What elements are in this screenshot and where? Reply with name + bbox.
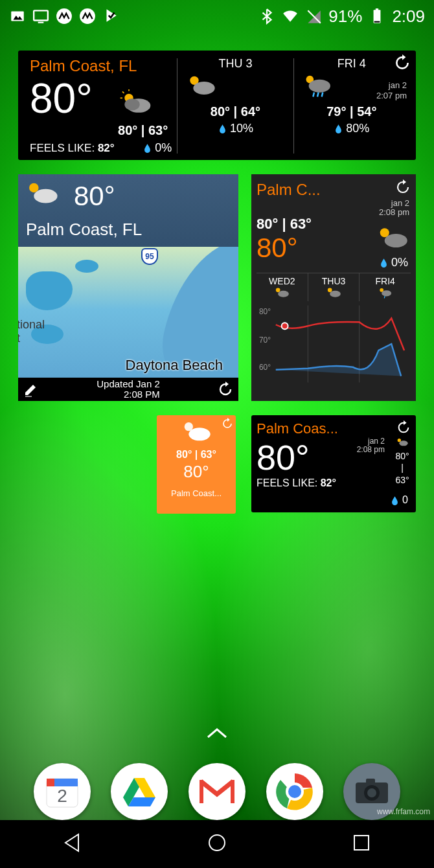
svg-text:60°: 60° <box>259 363 271 372</box>
refresh-icon[interactable] <box>394 54 411 71</box>
day-label: FRI 4 <box>299 57 404 71</box>
clock: 2:09 <box>392 6 425 27</box>
drive-app-icon[interactable] <box>111 763 168 820</box>
svg-point-37 <box>278 291 289 297</box>
partly-cloudy-icon <box>183 72 288 100</box>
temperature: 80° <box>257 233 312 264</box>
day-label: THU 3 <box>183 57 288 71</box>
svg-marker-29 <box>225 382 229 387</box>
weather-widget-graph[interactable]: Palm C... jan 22:08 pm 80° | 63° 80° 0% … <box>251 174 416 401</box>
svg-rect-2 <box>34 10 48 20</box>
refresh-icon[interactable] <box>395 179 411 195</box>
play-protect-icon <box>102 8 119 25</box>
svg-marker-69 <box>65 834 78 851</box>
svg-point-34 <box>380 228 389 237</box>
svg-rect-3 <box>38 22 44 23</box>
highway-shield: 95 <box>141 248 158 265</box>
feels-like: FEELS LIKE: 82° <box>30 142 115 155</box>
svg-line-22 <box>313 93 314 97</box>
chrome-app-icon[interactable] <box>266 763 323 820</box>
updated-time: 2:08 PM <box>97 389 160 400</box>
weather-widget-small-black[interactable]: Palm Coas... 80° jan 22:08 pm 80°|63° FE… <box>251 415 416 512</box>
temperature-chart: 80° 70° 60° <box>257 305 411 383</box>
location-label: Palm Coas... <box>257 420 367 437</box>
map-city-label: Daytona Beach <box>126 357 223 374</box>
map-label: tionalt <box>18 318 45 345</box>
map-view[interactable]: 95 tionalt Daytona Beach <box>18 247 238 378</box>
refresh-icon[interactable] <box>396 420 411 435</box>
hi-lo: 79° | 54° <box>299 104 404 119</box>
svg-point-48 <box>282 323 288 329</box>
svg-point-70 <box>209 835 225 851</box>
svg-rect-54 <box>47 779 54 786</box>
svg-point-36 <box>276 288 280 293</box>
weather-widget-small-orange[interactable]: 80° | 63° 80° Palm Coast... <box>157 415 236 514</box>
svg-rect-60 <box>200 780 203 803</box>
partly-cloudy-icon <box>178 436 214 447</box>
gmail-app-icon[interactable] <box>188 763 246 820</box>
partly-cloudy-icon <box>374 224 411 255</box>
svg-point-17 <box>124 98 139 110</box>
svg-text:70°: 70° <box>259 336 271 345</box>
svg-point-51 <box>399 440 407 446</box>
svg-line-23 <box>317 93 319 97</box>
svg-line-15 <box>122 91 124 93</box>
svg-point-67 <box>367 788 376 797</box>
svg-point-32 <box>188 428 210 440</box>
location-label: Palm Coast, FL <box>26 220 231 240</box>
location-label: Palm C... <box>257 181 411 199</box>
hi-lo: 80° | 64° <box>183 104 288 119</box>
partly-cloudy-icon <box>117 89 154 118</box>
hi-lo: 80° | 63° <box>257 216 312 233</box>
calendar-app-icon[interactable]: 2 <box>34 763 91 820</box>
moto-icon <box>79 8 96 25</box>
svg-text:80°: 80° <box>259 307 271 316</box>
raindrop-icon <box>379 258 389 268</box>
day-label: WED2 <box>257 276 308 286</box>
dock: 2 <box>0 763 434 820</box>
temperature: 80° <box>74 181 231 212</box>
hi-lo: 80° | 63° <box>161 449 232 461</box>
refresh-icon[interactable] <box>222 418 233 429</box>
updated-time: 2:07 pm <box>376 91 407 101</box>
svg-rect-68 <box>366 779 375 784</box>
updated-date: Updated Jan 2 <box>97 379 160 390</box>
cast-icon <box>32 8 49 25</box>
svg-marker-49 <box>404 420 407 425</box>
weather-map-widget[interactable]: 80° Palm Coast, FL 95 tionalt Daytona Be… <box>18 174 238 401</box>
svg-rect-61 <box>231 780 234 803</box>
svg-point-31 <box>185 422 193 431</box>
day-label: THU3 <box>308 276 360 286</box>
moto-icon <box>56 8 73 25</box>
location-label: Palm Coast, FL <box>30 57 172 75</box>
home-button[interactable] <box>206 832 228 856</box>
raindrop-icon <box>143 143 152 153</box>
weather-widget-wide[interactable]: Palm Coast, FL 80° 80° | 63° FEELS LIKE:… <box>18 51 416 160</box>
temperature: 80° <box>257 437 411 477</box>
image-icon <box>9 8 26 25</box>
svg-rect-71 <box>354 836 369 850</box>
svg-line-42 <box>384 296 385 298</box>
svg-point-26 <box>29 183 39 193</box>
edit-icon[interactable] <box>23 382 39 397</box>
back-button[interactable] <box>62 832 84 856</box>
temperature: 80° <box>30 78 93 119</box>
bluetooth-icon <box>258 8 275 25</box>
svg-point-27 <box>34 189 57 203</box>
app-drawer-handle[interactable] <box>205 725 229 742</box>
svg-point-50 <box>398 439 401 442</box>
location-label: Palm Coast... <box>161 488 232 498</box>
day-label: FRI4 <box>360 276 411 286</box>
svg-point-19 <box>194 82 215 95</box>
svg-point-38 <box>328 288 332 293</box>
wifi-icon <box>282 8 299 25</box>
svg-point-39 <box>330 291 341 297</box>
refresh-icon[interactable] <box>218 382 233 397</box>
hi-lo: 80° | 63° <box>30 123 172 138</box>
raindrop-icon <box>390 496 400 505</box>
svg-point-21 <box>308 80 330 93</box>
raindrop-icon <box>218 124 227 133</box>
partly-cloudy-icon <box>23 179 61 211</box>
temperature: 80° <box>161 462 232 482</box>
recents-button[interactable] <box>350 832 372 856</box>
